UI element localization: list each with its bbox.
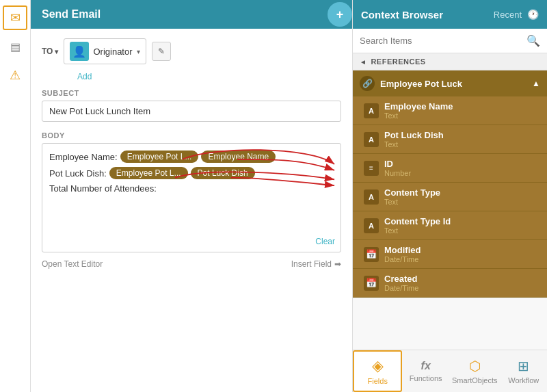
main-content: Send Email + TO ▾ 👤 Originator ▾ ✎ Add bbox=[31, 0, 352, 392]
to-chevron: ▾ bbox=[55, 48, 58, 55]
field-tag-employee-name[interactable]: Employee Name bbox=[201, 151, 276, 163]
field-type-icon-content-type: A bbox=[364, 190, 379, 205]
workflow-tab-icon: ⊞ bbox=[518, 358, 529, 374]
originator-chevron: ▾ bbox=[137, 48, 140, 55]
field-name-created: Created bbox=[384, 274, 418, 284]
subject-input[interactable] bbox=[42, 101, 341, 122]
search-icon: 🔍 bbox=[526, 34, 540, 47]
clock-icon[interactable]: 🕐 bbox=[527, 9, 539, 20]
field-type-content-type-id: Text bbox=[384, 226, 451, 235]
field-name-employee-name: Employee Name bbox=[384, 101, 453, 112]
email-icon: ✉ bbox=[10, 10, 21, 25]
body-extra-text: Total Number of Attendees: bbox=[49, 183, 334, 194]
body-line-1: Employee Name: Employee Pot L... Employe… bbox=[49, 151, 334, 163]
field-type-pot-luck-dish: Text bbox=[384, 140, 444, 148]
functions-tab-label: Functions bbox=[410, 374, 442, 382]
field-item-employee-name[interactable]: A Employee Name Text bbox=[353, 96, 547, 125]
originator-label: Originator bbox=[93, 47, 132, 57]
document-icon: ▤ bbox=[10, 40, 21, 53]
field-type-created: Date/Time bbox=[384, 284, 418, 292]
originator-avatar: 👤 bbox=[70, 42, 89, 61]
body-prefix-2: Pot Luck Dish: bbox=[49, 168, 107, 179]
field-item-content-type-id[interactable]: A Content Type Id Text bbox=[353, 211, 547, 240]
panel-footer: Open Text Editor Insert Field ➡ bbox=[42, 257, 341, 272]
field-item-id[interactable]: ≡ ID Number bbox=[353, 154, 547, 183]
field-item-created[interactable]: 📅 Created Date/Time bbox=[353, 269, 547, 298]
smart-objects-tab-label: SmartObjects bbox=[452, 376, 498, 384]
field-type-icon: A bbox=[364, 103, 379, 118]
field-type-id: Number bbox=[384, 169, 411, 177]
add-link[interactable]: Add bbox=[77, 72, 92, 81]
edit-icon: ✎ bbox=[158, 47, 165, 56]
context-browser-header: Context Browser Recent 🕐 bbox=[353, 0, 547, 29]
field-list-container: 🔗 Employee Pot Luck ▲ A Employee Name Te… bbox=[353, 70, 547, 350]
recent-label[interactable]: Recent bbox=[494, 10, 522, 20]
workflow-tab-label: Workflow bbox=[508, 376, 539, 384]
body-editor[interactable]: Employee Name: Employee Pot L... Employe… bbox=[42, 143, 341, 252]
group-chevron: ▲ bbox=[532, 79, 540, 88]
originator-selector[interactable]: 👤 Originator ▾ bbox=[64, 38, 146, 64]
bottom-tabs: ◈ Fields fx Functions ⬡ SmartObjects ⊞ W… bbox=[353, 350, 547, 392]
field-name-content-type-id: Content Type Id bbox=[384, 216, 451, 226]
edit-button[interactable]: ✎ bbox=[152, 42, 171, 61]
field-name-pot-luck-dish: Pot Luck Dish bbox=[384, 130, 444, 140]
document-sidebar-btn[interactable]: ▤ bbox=[3, 34, 27, 59]
fields-tab-label: Fields bbox=[368, 377, 388, 385]
field-item-content-type[interactable]: A Content Type Text bbox=[353, 183, 547, 211]
insert-field-link[interactable]: Insert Field ➡ bbox=[291, 259, 341, 269]
search-bar: 🔍 bbox=[353, 29, 547, 53]
group-title: Employee Pot Luck bbox=[380, 79, 526, 89]
group-icon: 🔗 bbox=[360, 76, 375, 91]
references-label: REFERENCES bbox=[371, 57, 425, 66]
send-email-header: Send Email + bbox=[31, 0, 352, 29]
search-input[interactable] bbox=[360, 36, 522, 46]
insert-icon: ➡ bbox=[334, 259, 341, 269]
to-label: TO ▾ bbox=[42, 47, 58, 56]
field-name-modified: Modified bbox=[384, 245, 421, 255]
field-type-icon-created: 📅 bbox=[364, 276, 379, 291]
field-item-pot-luck-dish[interactable]: A Pot Luck Dish Text bbox=[353, 125, 547, 154]
body-line-2: Pot Luck Dish: Employee Pot L... Pot Luc… bbox=[49, 167, 334, 179]
warning-icon: ⚠ bbox=[10, 68, 21, 83]
send-email-panel: TO ▾ 👤 Originator ▾ ✎ Add SUBJECT BODY bbox=[31, 29, 352, 392]
context-browser-title: Context Browser bbox=[361, 9, 488, 21]
send-email-title: Send Email bbox=[31, 8, 328, 21]
workflow-tab[interactable]: ⊞ Workflow bbox=[501, 350, 547, 392]
email-sidebar-btn[interactable]: ✉ bbox=[3, 5, 27, 30]
fields-tab[interactable]: ◈ Fields bbox=[353, 350, 402, 392]
references-section: ◄ REFERENCES bbox=[353, 53, 547, 70]
functions-tab-icon: fx bbox=[421, 360, 431, 372]
field-tag-employee-pot-luck-2[interactable]: Employee Pot L... bbox=[109, 167, 188, 179]
smart-objects-tab-icon: ⬡ bbox=[469, 358, 481, 374]
field-type-icon-modified: 📅 bbox=[364, 247, 379, 262]
to-row: TO ▾ 👤 Originator ▾ ✎ bbox=[42, 38, 341, 64]
subject-label: SUBJECT bbox=[42, 89, 341, 97]
body-prefix-1: Employee Name: bbox=[49, 152, 118, 162]
field-type-modified: Date/Time bbox=[384, 255, 421, 263]
field-type-content-type: Text bbox=[384, 198, 440, 206]
field-tag-employee-pot-luck-1[interactable]: Employee Pot L... bbox=[120, 151, 199, 163]
smart-objects-tab[interactable]: ⬡ SmartObjects bbox=[449, 350, 501, 392]
field-item-modified[interactable]: 📅 Modified Date/Time bbox=[353, 240, 547, 269]
context-browser-panel: Context Browser Recent 🕐 🔍 ◄ REFERENCES … bbox=[352, 0, 547, 392]
clear-button[interactable]: Clear bbox=[315, 237, 335, 246]
open-text-editor-link[interactable]: Open Text Editor bbox=[42, 259, 103, 269]
collapse-icon[interactable]: ◄ bbox=[360, 58, 366, 66]
toggle-button[interactable]: + bbox=[328, 2, 352, 27]
warning-sidebar-btn[interactable]: ⚠ bbox=[3, 63, 27, 88]
group-header[interactable]: 🔗 Employee Pot Luck ▲ bbox=[353, 70, 547, 96]
field-type-icon-content-type-id: A bbox=[364, 218, 379, 233]
field-type-icon: A bbox=[364, 132, 379, 147]
functions-tab[interactable]: fx Functions bbox=[402, 350, 449, 392]
field-name-id: ID bbox=[384, 159, 411, 169]
body-label: BODY bbox=[42, 131, 341, 140]
fields-tab-icon: ◈ bbox=[372, 357, 384, 375]
left-sidebar: ✉ ▤ ⚠ bbox=[0, 0, 31, 392]
field-name-content-type: Content Type bbox=[384, 187, 440, 198]
field-type-icon-id: ≡ bbox=[364, 161, 379, 176]
field-tag-pot-luck-dish[interactable]: Pot Luck Dish bbox=[191, 167, 255, 179]
field-type-employee-name: Text bbox=[384, 112, 453, 120]
